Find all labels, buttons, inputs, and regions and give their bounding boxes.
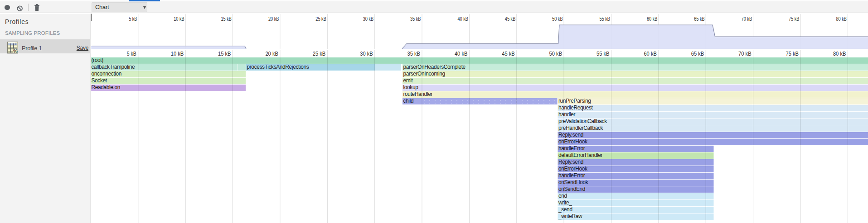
svg-text:45 kB: 45 kB	[505, 16, 516, 22]
svg-text:onconnection: onconnection	[92, 71, 122, 77]
svg-text:35 kB: 35 kB	[407, 50, 421, 57]
svg-text:30 kB: 30 kB	[363, 16, 374, 22]
svg-text:processTicksAndRejections: processTicksAndRejections	[247, 64, 309, 70]
svg-text:75 kB: 75 kB	[789, 16, 800, 22]
svg-text:65 kB: 65 kB	[694, 16, 705, 22]
svg-text:25 kB: 25 kB	[313, 50, 326, 57]
svg-text:50 kB: 50 kB	[549, 50, 563, 57]
svg-text:lookup: lookup	[403, 84, 419, 90]
svg-text:preHandlerCallback: preHandlerCallback	[558, 125, 603, 131]
svg-text:80 kB: 80 kB	[836, 16, 847, 22]
svg-text:20 kB: 20 kB	[265, 50, 278, 57]
svg-text:55 kB: 55 kB	[596, 50, 610, 57]
svg-text:35 kB: 35 kB	[410, 16, 421, 22]
svg-text:onErrorHook: onErrorHook	[558, 166, 587, 172]
svg-text:onErrorHook: onErrorHook	[558, 138, 587, 145]
svg-text:55 kB: 55 kB	[600, 16, 611, 22]
svg-text:end: end	[558, 193, 567, 199]
svg-text:parserOnIncoming: parserOnIncoming	[403, 71, 445, 77]
svg-text:_writeRaw: _writeRaw	[558, 213, 582, 219]
svg-text:20 kB: 20 kB	[268, 16, 279, 22]
svg-text:40 kB: 40 kB	[457, 16, 468, 22]
svg-text:60 kB: 60 kB	[647, 16, 658, 22]
svg-text:callbackTrampoline: callbackTrampoline	[92, 64, 135, 70]
svg-text:Readable.on: Readable.on	[92, 84, 121, 90]
svg-text:60 kB: 60 kB	[644, 50, 657, 57]
svg-text:preValidationCallback: preValidationCallback	[558, 118, 607, 124]
svg-text:handler: handler	[558, 111, 576, 118]
svg-text:routeHandler: routeHandler	[403, 91, 433, 97]
svg-text:15 kB: 15 kB	[221, 16, 232, 22]
svg-text:75 kB: 75 kB	[786, 50, 799, 57]
svg-text:Reply.send: Reply.send	[558, 159, 583, 165]
svg-text:onSendHook: onSendHook	[558, 179, 588, 185]
svg-text:30 kB: 30 kB	[360, 50, 373, 57]
svg-text:40 kB: 40 kB	[455, 50, 468, 57]
svg-text:write_: write_	[558, 199, 572, 206]
svg-text:10 kB: 10 kB	[171, 50, 184, 57]
svg-text:5 kB: 5 kB	[127, 50, 136, 57]
svg-text:_send: _send	[558, 206, 572, 213]
svg-text:80 kB: 80 kB	[833, 50, 846, 57]
svg-text:15 kB: 15 kB	[218, 50, 231, 57]
svg-text:10 kB: 10 kB	[174, 16, 184, 22]
svg-text:runPreParsing: runPreParsing	[558, 98, 591, 104]
svg-text:5 kB: 5 kB	[129, 16, 137, 22]
svg-text:onSendEnd: onSendEnd	[558, 186, 585, 192]
svg-text:Socket: Socket	[92, 77, 107, 84]
svg-text:45 kB: 45 kB	[502, 50, 515, 57]
svg-text:defaultErrorHandler: defaultErrorHandler	[558, 152, 603, 158]
svg-text:(root): (root)	[92, 57, 104, 63]
svg-text:parserOnHeadersComplete: parserOnHeadersComplete	[403, 64, 466, 70]
svg-text:handleError: handleError	[558, 172, 585, 179]
svg-text:25 kB: 25 kB	[315, 16, 326, 22]
svg-text:child: child	[403, 98, 414, 104]
svg-text:50 kB: 50 kB	[552, 16, 563, 22]
svg-text:Reply.send: Reply.send	[558, 132, 583, 138]
svg-text:handleError: handleError	[558, 145, 585, 152]
svg-text:70 kB: 70 kB	[742, 16, 752, 22]
svg-text:emit: emit	[403, 77, 413, 84]
svg-text:handleRequest: handleRequest	[558, 104, 593, 111]
svg-text:65 kB: 65 kB	[691, 50, 704, 57]
svg-text:70 kB: 70 kB	[738, 50, 752, 57]
